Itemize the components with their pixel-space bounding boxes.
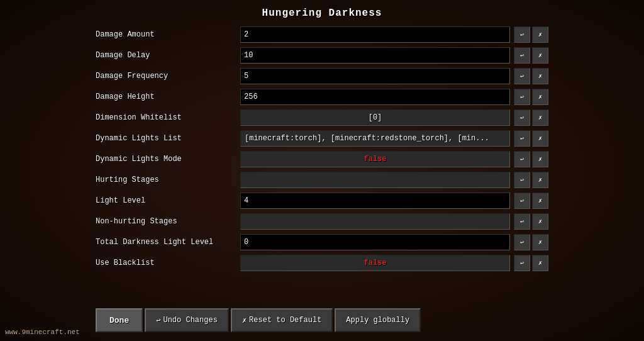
row-action-buttons: ↩✗ [512,151,548,167]
setting-label: Dynamic Lights List [96,134,240,143]
setting-label: Hurting Stages [96,176,240,184]
setting-value: false [364,155,386,164]
setting-row: Non-hurting Stages↩✗ [96,212,548,231]
row-undo-icon[interactable]: ↩ [514,234,530,250]
setting-row: Damage Delay↩✗ [96,46,548,65]
setting-input[interactable] [240,193,510,209]
setting-input[interactable] [240,234,510,250]
undo-button[interactable]: ↩ Undo Changes [145,308,229,332]
row-undo-icon[interactable]: ↩ [514,130,530,147]
setting-row: Total Darkness Light Level↩✗ [96,233,548,252]
setting-row: Dynamic Lights List[minecraft:torch], [m… [96,129,548,148]
row-reset-icon[interactable]: ✗ [532,68,548,84]
row-undo-icon[interactable]: ↩ [514,47,530,64]
page-title: Hungering Darkness [262,8,382,19]
row-reset-icon[interactable]: ✗ [532,47,548,64]
row-reset-icon[interactable]: ✗ [532,193,548,209]
setting-row: Damage Frequency↩✗ [96,67,548,86]
setting-input[interactable] [240,68,510,84]
row-undo-icon[interactable]: ↩ [514,109,530,126]
setting-value: [minecraft:torch], [minecraft:redstone_t… [245,134,489,143]
setting-label: Damage Delay [96,51,240,60]
row-action-buttons: ↩✗ [512,89,548,105]
row-action-buttons: ↩✗ [512,47,548,64]
row-reset-icon[interactable]: ✗ [532,234,548,250]
setting-input[interactable] [240,47,510,64]
row-undo-icon[interactable]: ↩ [514,89,530,105]
setting-input[interactable] [240,26,510,43]
setting-label: Damage Height [96,92,240,101]
setting-row: Light Level↩✗ [96,191,548,210]
row-action-buttons: ↩✗ [512,255,548,271]
row-reset-icon[interactable]: ✗ [532,109,548,126]
setting-input[interactable] [240,89,510,105]
row-reset-icon[interactable]: ✗ [532,255,548,271]
row-undo-icon[interactable]: ↩ [514,213,530,230]
setting-control[interactable] [240,213,510,230]
row-action-buttons: ↩✗ [512,172,548,188]
setting-row: Dimension Whitelist[0]↩✗ [96,108,548,127]
row-reset-icon[interactable]: ✗ [532,151,548,167]
setting-label: Dynamic Lights Mode [96,155,240,164]
setting-label: Damage Amount [96,30,240,39]
row-action-buttons: ↩✗ [512,68,548,84]
setting-control[interactable]: false [240,151,510,167]
setting-control[interactable]: [minecraft:torch], [minecraft:redstone_t… [240,130,510,147]
row-undo-icon[interactable]: ↩ [514,68,530,84]
row-reset-icon[interactable]: ✗ [532,213,548,230]
row-undo-icon[interactable]: ↩ [514,151,530,167]
setting-control[interactable]: false [240,255,510,271]
setting-row: Use Blacklistfalse↩✗ [96,254,548,272]
row-action-buttons: ↩✗ [512,234,548,250]
row-reset-icon[interactable]: ✗ [532,130,548,147]
row-action-buttons: ↩✗ [512,193,548,209]
undo-label: Undo Changes [163,316,217,325]
row-undo-icon[interactable]: ↩ [514,193,530,209]
row-reset-icon[interactable]: ✗ [532,89,548,105]
setting-control[interactable] [240,172,510,188]
done-button[interactable]: Done [96,308,143,332]
setting-row: Damage Height↩✗ [96,87,548,106]
reset-icon: ✗ [242,316,247,325]
row-undo-icon[interactable]: ↩ [514,172,530,188]
watermark: www.9minecraft.net [5,328,80,336]
setting-label: Damage Frequency [96,72,240,81]
undo-icon: ↩ [156,316,160,325]
row-action-buttons: ↩✗ [512,130,548,147]
setting-control[interactable]: [0] [240,109,510,126]
setting-label: Use Blacklist [96,259,240,267]
setting-row: Dynamic Lights Modefalse↩✗ [96,150,548,169]
setting-label: Total Darkness Light Level [96,238,240,247]
settings-panel: Damage Amount↩✗Damage Delay↩✗Damage Freq… [96,25,548,302]
row-reset-icon[interactable]: ✗ [532,26,548,43]
setting-row: Hurting Stages↩✗ [96,170,548,189]
bottom-bar: Done ↩ Undo Changes ✗ Reset to Default A… [96,307,548,333]
reset-label: Reset to Default [249,316,321,325]
row-undo-icon[interactable]: ↩ [514,26,530,43]
row-action-buttons: ↩✗ [512,26,548,43]
setting-value: false [364,259,386,267]
setting-label: Light Level [96,196,240,205]
reset-button[interactable]: ✗ Reset to Default [231,308,333,332]
apply-globally-button[interactable]: Apply globally [335,308,421,332]
setting-label: Dimension Whitelist [96,113,240,122]
setting-row: Damage Amount↩✗ [96,25,548,44]
row-undo-icon[interactable]: ↩ [514,255,530,271]
setting-value: [0] [369,113,382,122]
row-action-buttons: ↩✗ [512,109,548,126]
setting-label: Non-hurting Stages [96,217,240,226]
row-reset-icon[interactable]: ✗ [532,172,548,188]
row-action-buttons: ↩✗ [512,213,548,230]
